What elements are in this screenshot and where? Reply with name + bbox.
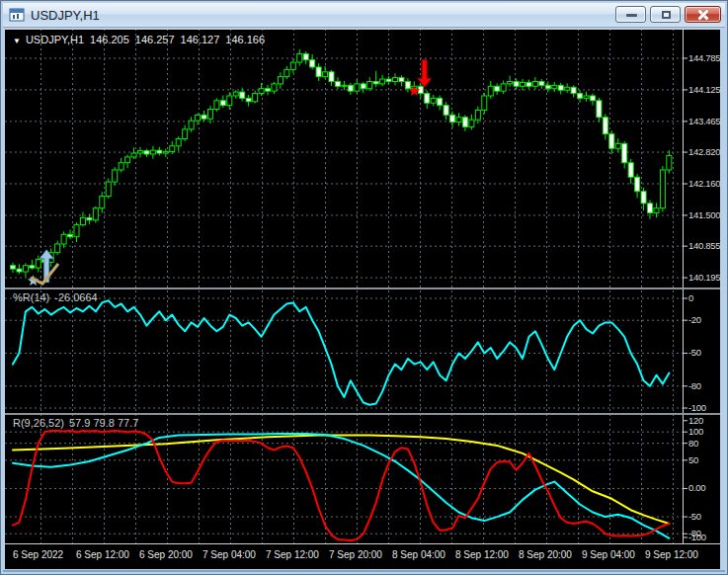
main-scale-label: 142.820 bbox=[688, 146, 720, 157]
minimize-button[interactable] bbox=[615, 6, 646, 23]
ohlc-header: ▼USDJPY,H1146.205146.257146.127146.166 bbox=[13, 34, 271, 45]
window-controls bbox=[615, 6, 721, 23]
candle bbox=[259, 89, 264, 94]
candle bbox=[131, 153, 136, 157]
candle bbox=[144, 151, 149, 154]
candle bbox=[196, 115, 201, 121]
candle bbox=[23, 266, 28, 272]
candle bbox=[227, 96, 232, 106]
candle bbox=[202, 115, 206, 119]
candle bbox=[214, 101, 219, 110]
panel-separator[interactable] bbox=[5, 288, 720, 289]
ind-scale-label: 120 bbox=[688, 415, 703, 426]
candle bbox=[170, 146, 175, 152]
candle bbox=[74, 225, 79, 237]
restore-button[interactable] bbox=[650, 6, 681, 23]
candle bbox=[11, 266, 16, 269]
candle bbox=[150, 150, 155, 154]
wr-indicator-label: %R(14)-26.0664 bbox=[13, 291, 103, 303]
candle bbox=[425, 94, 430, 104]
title-bar[interactable]: USDJPY,H1 bbox=[3, 3, 725, 28]
wr-indicator-value: -26.0664 bbox=[54, 291, 97, 303]
candle bbox=[278, 77, 283, 84]
candle bbox=[393, 78, 398, 82]
candle bbox=[240, 92, 245, 98]
candle bbox=[113, 170, 118, 182]
candle bbox=[176, 139, 181, 146]
candle bbox=[266, 89, 271, 91]
wr-scale-label: 0 bbox=[688, 292, 693, 303]
candle bbox=[106, 182, 111, 197]
candle bbox=[55, 244, 60, 253]
ohlc-low: 146.127 bbox=[181, 34, 220, 45]
wr-scale-label: -80 bbox=[688, 380, 701, 391]
main-scale-label: 144.785 bbox=[688, 52, 720, 63]
candle bbox=[521, 82, 526, 86]
candle bbox=[584, 96, 589, 98]
ohlc-open: 146.205 bbox=[90, 34, 129, 45]
candle bbox=[246, 98, 251, 101]
candle bbox=[61, 234, 66, 244]
candle bbox=[590, 96, 595, 101]
chart-canvas[interactable] bbox=[5, 29, 720, 569]
sell-signal-arrow[interactable] bbox=[418, 60, 432, 88]
panel-separator[interactable] bbox=[5, 413, 720, 415]
candle bbox=[138, 151, 143, 153]
time-axis-label: 7 Sep 12:00 bbox=[266, 549, 319, 560]
time-axis-label: 6 Sep 2022 bbox=[13, 549, 63, 560]
candle bbox=[253, 94, 258, 102]
time-axis-label: 8 Sep 20:00 bbox=[519, 549, 572, 560]
window-title: USDJPY,H1 bbox=[31, 8, 100, 23]
time-axis[interactable]: 6 Sep 20226 Sep 12:006 Sep 20:007 Sep 04… bbox=[5, 543, 720, 569]
main-scale-label: 142.160 bbox=[688, 178, 720, 189]
candle bbox=[30, 266, 35, 268]
candle bbox=[475, 110, 480, 120]
candle bbox=[501, 84, 506, 91]
time-axis-label: 9 Sep 04:00 bbox=[582, 549, 635, 560]
candle bbox=[648, 204, 653, 213]
restore-icon bbox=[662, 11, 671, 19]
candle bbox=[532, 81, 537, 86]
minimize-icon bbox=[626, 14, 637, 17]
candle bbox=[329, 72, 334, 82]
close-button[interactable] bbox=[685, 6, 721, 23]
candle bbox=[545, 85, 550, 88]
ind-scale-label: -100 bbox=[688, 532, 706, 542]
wr-scale-label: -100 bbox=[688, 402, 706, 413]
main-scale-label: 141.500 bbox=[688, 209, 720, 220]
chart-client-area: 6 Sep 20226 Sep 12:006 Sep 20:007 Sep 04… bbox=[5, 29, 720, 569]
candle bbox=[36, 259, 40, 268]
chart-dropdown-icon[interactable]: ▼ bbox=[13, 37, 21, 45]
candle bbox=[310, 60, 315, 67]
red-line bbox=[13, 431, 669, 540]
candle bbox=[373, 81, 378, 83]
candle bbox=[597, 101, 602, 118]
candle bbox=[367, 81, 372, 88]
candle bbox=[558, 85, 563, 90]
candle bbox=[189, 121, 194, 129]
oscillator-indicator-label: R(9,26,52)57.9 79.8 77.7 bbox=[13, 417, 143, 429]
main-scale-label: 140.195 bbox=[688, 272, 720, 283]
time-axis-label: 8 Sep 04:00 bbox=[392, 549, 445, 560]
ohlc-symbol: USDJPY,H1 bbox=[26, 34, 84, 45]
main-scale-label: 140.855 bbox=[688, 240, 720, 251]
window-frame-bottom bbox=[3, 570, 725, 572]
chart-window: USDJPY,H1 6 Sep 20226 Sep 12:006 Sep 20:… bbox=[0, 0, 728, 575]
yellow-line bbox=[13, 436, 669, 524]
candle bbox=[462, 118, 467, 127]
candle bbox=[431, 98, 436, 103]
candle bbox=[380, 79, 385, 84]
candle bbox=[526, 82, 531, 86]
candle bbox=[316, 67, 321, 77]
ind-scale-label: 50 bbox=[688, 454, 698, 465]
candle bbox=[539, 81, 544, 85]
candle bbox=[119, 163, 123, 170]
price-scale[interactable] bbox=[683, 29, 720, 543]
time-axis-label: 6 Sep 20:00 bbox=[139, 549, 193, 560]
candle bbox=[654, 208, 659, 213]
ind-scale-label: 80 bbox=[688, 438, 698, 449]
candle bbox=[335, 81, 340, 86]
candle bbox=[233, 92, 238, 96]
candle bbox=[68, 234, 73, 236]
candle bbox=[450, 115, 455, 122]
